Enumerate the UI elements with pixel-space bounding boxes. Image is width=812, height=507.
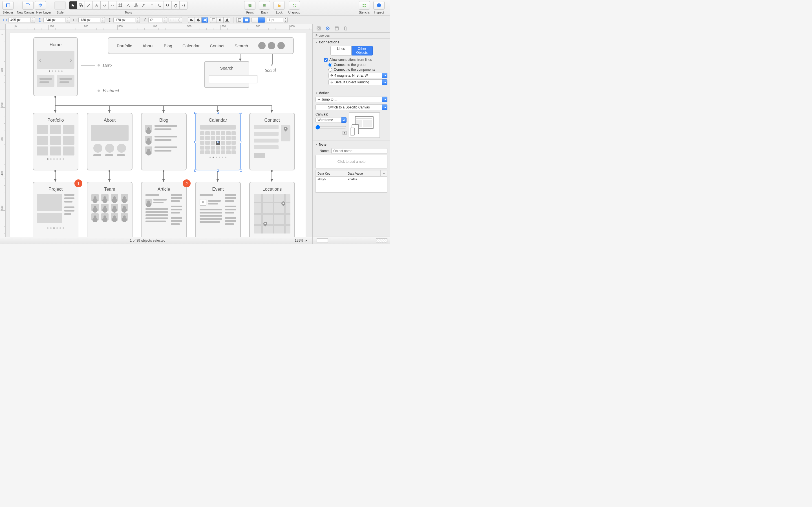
wireframe-contact-card[interactable]: Contact [249, 113, 295, 170]
tool-artboard[interactable] [116, 1, 124, 10]
align-right-button[interactable] [202, 17, 208, 23]
flip-buttons[interactable] [168, 17, 182, 23]
tool-point[interactable] [124, 1, 132, 10]
other-objects-tab[interactable]: Other Objects [352, 46, 373, 55]
wireframe-home-card[interactable]: Home ‹ › [33, 37, 78, 96]
tool-crop[interactable] [148, 1, 156, 10]
wireframe-event-card[interactable]: Event 8 [195, 182, 241, 237]
note-heading[interactable]: Note [315, 143, 388, 147]
allow-connections-checkbox[interactable]: Allow connections from lines [324, 58, 388, 62]
action-type-dropdown[interactable]: Switch to a Specific Canvas▴▾ [315, 105, 388, 110]
wireframe-navbar[interactable]: Portfolio About Blog Calendar Contact Se… [108, 37, 294, 54]
canvas-preview[interactable] [349, 112, 380, 138]
stroke-none-button[interactable] [252, 17, 258, 23]
search-input[interactable] [209, 75, 257, 83]
wireframe-blog-card[interactable]: Blog [141, 113, 187, 170]
align-bottom-button[interactable] [223, 17, 231, 23]
rotation-input[interactable]: 0° [148, 17, 162, 23]
document-tab[interactable] [342, 25, 349, 32]
sidebar-toggle-button[interactable] [2, 1, 13, 10]
tool-hand[interactable] [172, 1, 180, 10]
tool-magnet[interactable] [156, 1, 164, 10]
tool-select[interactable] [69, 1, 77, 10]
object-tab[interactable] [315, 25, 322, 32]
canvas-dropdown[interactable]: Wireframe▴▾ [315, 117, 347, 123]
stroke-style-buttons[interactable] [252, 17, 265, 23]
highlight-slider[interactable] [315, 125, 347, 129]
wireframe-about-card[interactable]: About [87, 113, 133, 170]
width-field[interactable]: 130 px▲▼ [71, 17, 105, 23]
stencils-button[interactable] [359, 1, 370, 10]
wireframe-project-card[interactable]: Project [33, 182, 79, 237]
tool-pen[interactable] [101, 1, 109, 10]
x-input[interactable]: 495 px [8, 17, 31, 23]
ruler-origin[interactable] [0, 24, 6, 30]
align-v-buttons[interactable] [210, 17, 231, 23]
tool-shape[interactable] [77, 1, 85, 10]
width-input[interactable]: 130 px [79, 17, 100, 23]
wireframe-portfolio-card[interactable]: Portfolio [33, 113, 79, 170]
ungroup-button[interactable] [289, 1, 300, 10]
connections-heading[interactable]: Connections [315, 40, 388, 44]
inspect-button[interactable]: i [373, 1, 385, 10]
note-badge-2[interactable]: 2 [183, 179, 191, 187]
connections-segmented[interactable]: Lines Other Objects [331, 46, 373, 55]
stroke-weight-stepper[interactable]: ▲▼ [284, 17, 288, 23]
data-table[interactable]: Data KeyData Value＋ <key><data> [315, 170, 388, 193]
y-stepper[interactable]: ▲▼ [66, 17, 70, 23]
connect-components-radio[interactable]: Connect to the components [328, 68, 388, 71]
align-h-buttons[interactable] [188, 17, 208, 23]
tool-line[interactable] [85, 1, 93, 10]
width-stepper[interactable]: ▲▼ [101, 17, 105, 23]
canvas[interactable]: Home ‹ › [6, 30, 312, 237]
stroke-weight-field[interactable]: 1 pt▲▼ [267, 17, 288, 23]
lock-button[interactable] [273, 1, 285, 10]
ranking-dropdown[interactable]: ⊹Default Object Ranking▴▾ [328, 79, 388, 85]
stroke-solid-button[interactable] [258, 17, 265, 23]
stroke-swatch[interactable] [376, 238, 388, 243]
magnets-dropdown[interactable]: ✥4 magnets: N, S, E, W▴▾ [328, 73, 388, 78]
align-top-button[interactable] [210, 17, 217, 23]
flip-v-button[interactable] [175, 17, 182, 23]
tool-pointer[interactable] [180, 1, 188, 10]
vertical-ruler[interactable]: 0100200300400500 [0, 30, 6, 237]
wireframe-article-card[interactable]: Article [141, 182, 187, 237]
align-center-button[interactable] [195, 17, 202, 23]
back-button[interactable] [259, 1, 270, 10]
connect-group-radio[interactable]: Connect to the group [328, 63, 388, 67]
rotation-stepper[interactable]: ▲▼ [163, 17, 167, 23]
wireframe-search-card[interactable]: Search [204, 61, 249, 88]
height-input[interactable]: 170 px [113, 17, 135, 23]
data-value-cell[interactable]: <data> [346, 177, 388, 182]
zoom-control[interactable]: 129%▴▾ [290, 238, 312, 242]
style-button[interactable] [54, 1, 66, 10]
note-badge-1[interactable]: 1 [74, 179, 82, 187]
properties-tab[interactable] [324, 25, 331, 32]
height-stepper[interactable]: ▲▼ [136, 17, 140, 23]
canvas-tab[interactable] [333, 25, 340, 32]
front-button[interactable] [244, 1, 255, 10]
add-row-button[interactable]: ＋ [380, 170, 388, 177]
tool-bezier[interactable] [109, 1, 116, 10]
x-field[interactable]: 495 px▲▼ [2, 17, 35, 23]
wireframe-locations-card[interactable]: Locations [249, 182, 295, 237]
fill-button[interactable] [243, 17, 250, 23]
wireframe-team-card[interactable]: Team [87, 182, 133, 237]
tool-diagram[interactable] [132, 1, 140, 10]
y-field[interactable]: 240 px▲▼ [37, 17, 70, 23]
nofill-button[interactable] [236, 17, 243, 23]
x-stepper[interactable]: ▲▼ [31, 17, 35, 23]
fill-swatch[interactable] [317, 238, 328, 243]
align-left-button[interactable] [188, 17, 195, 23]
note-textarea[interactable]: Click to add a note [315, 155, 388, 168]
flip-h-button[interactable] [168, 17, 175, 23]
fill-buttons[interactable] [236, 17, 250, 23]
jump-to-dropdown[interactable]: ↪Jump to…▴▾ [315, 97, 388, 102]
tool-zoom[interactable] [164, 1, 172, 10]
new-canvas-button[interactable] [22, 1, 34, 10]
data-key-cell[interactable]: <key> [316, 177, 346, 182]
new-layer-button[interactable] [35, 1, 46, 10]
stroke-weight-input[interactable]: 1 pt [267, 17, 283, 23]
rotation-field[interactable]: 0°▲▼ [142, 17, 167, 23]
align-middle-button[interactable] [217, 17, 223, 23]
